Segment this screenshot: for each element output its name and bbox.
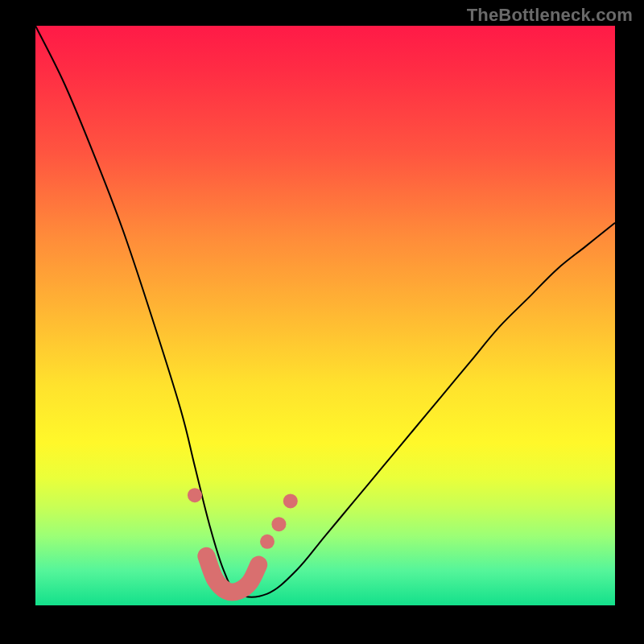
data-markers	[188, 488, 298, 549]
data-marker	[188, 488, 202, 502]
curve-svg	[35, 26, 615, 605]
watermark-text: TheBottleneck.com	[467, 5, 633, 26]
elbow-highlight	[206, 556, 258, 592]
plot-area	[35, 26, 615, 605]
bottleneck-curve	[35, 26, 615, 597]
data-marker	[271, 517, 286, 531]
data-marker	[283, 493, 298, 508]
chart-frame: TheBottleneck.com	[0, 0, 644, 644]
data-marker	[260, 535, 275, 549]
